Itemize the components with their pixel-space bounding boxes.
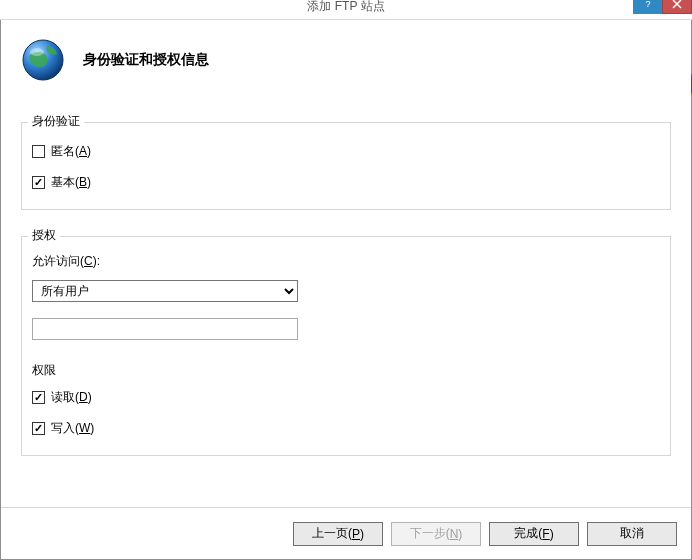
write-label: 写入(W)	[51, 420, 94, 437]
allow-access-label: 允许访问(C):	[32, 253, 660, 270]
allow-access-select[interactable]: 所有用户	[32, 280, 298, 302]
authorization-legend: 授权	[28, 227, 60, 244]
dialog-body: 身份验证和授权信息 身份验证 匿名(A) 基本(B) 授权 允许访问(C):	[0, 20, 692, 560]
cancel-button[interactable]: 取消	[587, 522, 677, 546]
basic-label: 基本(B)	[51, 174, 91, 191]
basic-checkbox[interactable]	[32, 176, 45, 189]
svg-point-4	[30, 48, 44, 56]
header-area: 身份验证和授权信息	[1, 20, 691, 92]
page-heading: 身份验证和授权信息	[83, 51, 209, 69]
previous-button[interactable]: 上一页(P)	[293, 522, 383, 546]
anonymous-row: 匿名(A)	[32, 143, 660, 160]
globe-icon	[21, 38, 65, 82]
permissions-label: 权限	[32, 362, 660, 379]
svg-text:?: ?	[645, 0, 650, 9]
authorization-group: 授权 允许访问(C): 所有用户 权限 读取(D) 写入(W)	[21, 236, 671, 456]
allow-access-select-wrap: 所有用户	[32, 280, 298, 302]
authorization-input[interactable]	[32, 318, 298, 340]
close-button[interactable]	[662, 0, 692, 14]
anonymous-checkbox[interactable]	[32, 145, 45, 158]
write-checkbox[interactable]	[32, 422, 45, 435]
titlebar: 添加 FTP 站点 ?	[0, 0, 692, 20]
next-button: 下一步(N)	[391, 522, 481, 546]
finish-button[interactable]: 完成(F)	[489, 522, 579, 546]
window-controls: ?	[634, 0, 692, 14]
close-icon	[672, 0, 682, 9]
help-button[interactable]: ?	[633, 0, 663, 14]
anonymous-label: 匿名(A)	[51, 143, 91, 160]
read-checkbox[interactable]	[32, 391, 45, 404]
read-label: 读取(D)	[51, 389, 92, 406]
window-title: 添加 FTP 站点	[307, 0, 384, 12]
content-area: 身份验证 匿名(A) 基本(B) 授权 允许访问(C):	[1, 92, 691, 456]
read-row: 读取(D)	[32, 389, 660, 406]
basic-row: 基本(B)	[32, 174, 660, 191]
help-icon: ?	[643, 0, 653, 9]
write-row: 写入(W)	[32, 420, 660, 437]
wizard-footer: 上一页(P) 下一步(N) 完成(F) 取消	[1, 507, 691, 559]
authentication-group: 身份验证 匿名(A) 基本(B)	[21, 122, 671, 210]
authentication-legend: 身份验证	[28, 113, 84, 130]
